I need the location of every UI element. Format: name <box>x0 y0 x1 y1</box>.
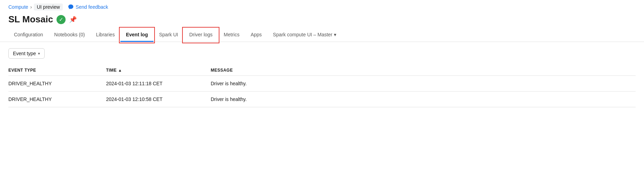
table-row: DRIVER_HEALTHY 2024-01-03 12:10:58 CET D… <box>8 92 636 107</box>
tab-driver-logs[interactable]: Driver logs <box>184 28 218 42</box>
breadcrumb-compute-link[interactable]: Compute <box>8 4 28 10</box>
page-title: SL Mosaic <box>8 14 53 25</box>
feedback-icon <box>68 4 74 10</box>
event-type-filter[interactable]: Event type ▾ <box>8 48 45 59</box>
page-header: SL Mosaic ✓ 📌 <box>0 13 644 25</box>
send-feedback-link[interactable]: Send feedback <box>68 4 108 10</box>
tab-configuration[interactable]: Configuration <box>8 28 48 42</box>
tab-event-log[interactable]: Event log <box>120 28 153 42</box>
status-healthy-icon: ✓ <box>57 15 66 24</box>
tabs-bar: Configuration Notebooks (0) Libraries Ev… <box>0 28 644 42</box>
table-header: EVENT TYPE TIME ▲ MESSAGE <box>8 65 636 76</box>
tab-notebooks[interactable]: Notebooks (0) <box>48 28 90 42</box>
event-log-table: EVENT TYPE TIME ▲ MESSAGE DRIVER_HEALTHY… <box>8 65 636 107</box>
sort-arrow-icon: ▲ <box>118 68 122 72</box>
cell-event-type-2: DRIVER_HEALTHY <box>8 96 106 102</box>
cell-message-1: Driver is healthy. <box>211 81 636 86</box>
filter-row: Event type ▾ <box>8 48 636 59</box>
spark-compute-chevron-icon: ▾ <box>334 32 336 37</box>
cell-time-2: 2024-01-03 12:10:58 CET <box>106 96 211 102</box>
tab-spark-compute[interactable]: Spark compute UI – Master ▾ <box>267 28 342 42</box>
top-bar: Compute › UI preview Send feedback <box>0 0 644 13</box>
col-header-time[interactable]: TIME ▲ <box>106 68 211 73</box>
tab-metrics[interactable]: Metrics <box>218 28 245 42</box>
tab-spark-ui[interactable]: Spark UI <box>153 28 184 42</box>
col-header-event-type: EVENT TYPE <box>8 68 106 73</box>
col-header-message: MESSAGE <box>211 68 636 73</box>
chevron-down-icon: ▾ <box>38 51 40 56</box>
send-feedback-label: Send feedback <box>76 4 108 10</box>
event-type-filter-label: Event type <box>13 51 36 56</box>
cell-time-1: 2024-01-03 12:11:18 CET <box>106 81 211 86</box>
tab-spark-compute-label: Spark compute UI – Master <box>273 32 332 37</box>
tab-libraries[interactable]: Libraries <box>90 28 120 42</box>
pin-icon: 📌 <box>69 16 77 23</box>
table-row: DRIVER_HEALTHY 2024-01-03 12:11:18 CET D… <box>8 76 636 92</box>
cell-message-2: Driver is healthy. <box>211 96 636 102</box>
content-area: Event type ▾ EVENT TYPE TIME ▲ MESSAGE D… <box>0 42 644 114</box>
cell-event-type-1: DRIVER_HEALTHY <box>8 81 106 86</box>
breadcrumb-current: UI preview <box>34 3 62 10</box>
tab-apps[interactable]: Apps <box>245 28 267 42</box>
breadcrumb-separator: › <box>30 4 32 10</box>
